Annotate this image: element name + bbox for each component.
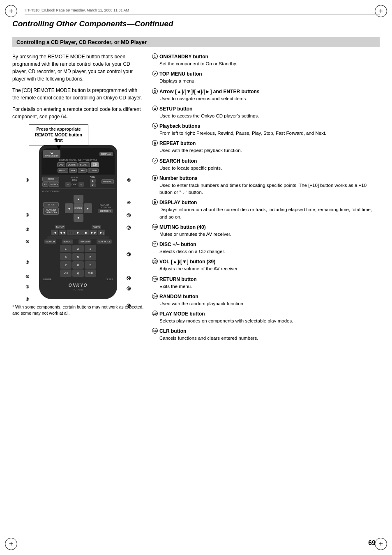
aux-btn[interactable]: AUX bbox=[69, 168, 77, 173]
dock-btn[interactable]: DOCK bbox=[42, 177, 59, 182]
item-10: 10 MUTING button (40) Mutes or unmutes t… bbox=[152, 223, 380, 238]
item-1-content: ON/STANDBY button Set the component to O… bbox=[159, 53, 237, 67]
setup-btn[interactable]: SETUP bbox=[55, 225, 65, 229]
random-btn[interactable]: RANDOM bbox=[78, 240, 91, 244]
disc-minus-btn[interactable]: − bbox=[65, 182, 71, 187]
playback-row: |◄ ◄◄ ⏸ ► ■ ►► ►| bbox=[42, 230, 115, 235]
play-btn[interactable]: ► bbox=[74, 230, 82, 235]
item-14-num: 14 bbox=[152, 293, 158, 299]
intro-para1: By pressing the REMOTE MODE button that'… bbox=[12, 53, 144, 83]
item-7-title: SEARCH button bbox=[159, 157, 222, 165]
music-btn[interactable]: MUSIC bbox=[58, 168, 68, 173]
left-column: By pressing the REMOTE MODE button that'… bbox=[12, 53, 144, 345]
on-standby-btn[interactable]: ⏻ ON/STANDBY bbox=[43, 150, 60, 158]
tuner-btn[interactable]: TUNER bbox=[88, 168, 99, 173]
search-label-btn[interactable]: SEARCH bbox=[44, 240, 56, 244]
item-14-desc: Used with the random playback function. bbox=[159, 300, 244, 307]
vkjvr-btn[interactable]: VK/DVR bbox=[66, 162, 78, 167]
item-6-num: 6 bbox=[152, 140, 158, 146]
callout-13: ⑬ bbox=[127, 252, 131, 258]
item-3-content: Arrow [▲]/[▼]/[◄]/[►] and ENTER buttons … bbox=[159, 88, 259, 102]
vol-up-btn[interactable]: ▲ bbox=[90, 179, 96, 183]
display-btn[interactable]: DISPLAY bbox=[99, 152, 113, 156]
item-4-num: 4 bbox=[152, 106, 158, 111]
item-12-num: 12 bbox=[152, 258, 158, 264]
num-2[interactable]: 2 bbox=[72, 245, 84, 252]
section-title: Controlling a CD Player, CD Recorder, or… bbox=[12, 37, 380, 47]
item-10-title: MUTING button (40) bbox=[159, 223, 231, 231]
nav-up-btn[interactable]: ▲ bbox=[74, 195, 83, 203]
item-1-title: ON/STANDBY button bbox=[159, 53, 237, 60]
dvd-btn[interactable]: DVD bbox=[57, 162, 65, 167]
item-9-title: DISPLAY button bbox=[159, 199, 380, 206]
callout-text: Press the appropriate REMOTE MODE button… bbox=[35, 127, 82, 143]
return-btn[interactable]: RETURN bbox=[98, 209, 113, 213]
item-5-num: 5 bbox=[152, 123, 158, 129]
item-11-desc: Selects discs on a CD changer. bbox=[159, 248, 225, 255]
item-2-content: TOP MENU button Displays a menu. bbox=[159, 70, 202, 85]
item-3-title: Arrow [▲]/[▼]/[◄]/[►] and ENTER buttons bbox=[159, 88, 259, 95]
playlist-btn[interactable]: PLAYLISTCATEGORY bbox=[43, 207, 59, 215]
num-5[interactable]: 5 bbox=[72, 253, 84, 260]
num-0[interactable]: 0 bbox=[72, 269, 84, 277]
stop-btn[interactable]: ■ bbox=[82, 230, 90, 235]
right-column: 1 ON/STANDBY button Set the component to… bbox=[152, 53, 380, 345]
file-info: HT-R518_En.book Page 69 Tuesday, March 1… bbox=[25, 8, 380, 14]
st-ab-btn[interactable]: ST A/B bbox=[43, 202, 59, 207]
audio-btn[interactable]: AUDIO bbox=[92, 225, 101, 229]
nav-down-btn[interactable]: ▼ bbox=[74, 214, 83, 222]
tv-btn[interactable]: TV bbox=[42, 182, 48, 187]
num-1[interactable]: 1 bbox=[60, 245, 71, 252]
muting-btn[interactable]: MUTING bbox=[101, 179, 114, 184]
play-mode-btn[interactable]: PLAY MODE bbox=[97, 240, 112, 244]
remote-container: Press the appropriate REMOTE MODE button… bbox=[12, 124, 144, 299]
num-3[interactable]: 3 bbox=[85, 245, 96, 252]
callout-5: ⑤ bbox=[25, 260, 29, 265]
fwd-btn[interactable]: ►► bbox=[90, 230, 97, 235]
callout-16: ⑯ bbox=[127, 303, 131, 309]
item-12: 12 VOL [▲]/[▼] button (39) Adjusts the v… bbox=[152, 258, 380, 272]
item-6-desc: Used with the repeat playback function. bbox=[159, 147, 242, 154]
prog-area bbox=[42, 236, 115, 239]
remote-mode-label: REMOTE MODE / INPUT SELECTOR bbox=[43, 159, 113, 161]
callout-1: ① bbox=[25, 178, 29, 182]
num-plus10[interactable]: +10 bbox=[60, 269, 71, 277]
vol-down-btn[interactable]: ▼ bbox=[90, 183, 96, 187]
item-15-title: PLAY MODE button bbox=[159, 310, 293, 318]
num-clr[interactable]: CLR bbox=[85, 269, 96, 277]
item-15-desc: Selects play modes on components with se… bbox=[159, 318, 293, 325]
memo-btn[interactable]: MEMO bbox=[49, 182, 59, 187]
num-7[interactable]: 7 bbox=[60, 261, 71, 269]
num-9[interactable]: 9 bbox=[85, 261, 96, 269]
item-7-num: 7 bbox=[152, 158, 158, 164]
nav-left-btn[interactable]: ◄ bbox=[65, 203, 73, 213]
bottom-func-row: SEARCH REPEAT RANDOM PLAY MODE bbox=[42, 240, 115, 244]
title-bold: Controlling Other Components— bbox=[12, 19, 135, 28]
tape-btn[interactable]: TAPE bbox=[78, 168, 87, 173]
item-4-content: SETUP button Used to access the Onkyo CD… bbox=[159, 105, 259, 120]
item-12-desc: Adjusts the volume of the AV receiver. bbox=[159, 265, 239, 272]
item-13-title: RETURN button bbox=[159, 276, 197, 283]
cd-btn[interactable]: CD bbox=[91, 162, 99, 167]
callout-10: ⑩ bbox=[127, 200, 131, 205]
item-1-num: 1 bbox=[152, 53, 158, 59]
enter-btn[interactable]: ENTER bbox=[74, 203, 83, 213]
item-10-desc: Mutes or unmutes the AV receiver. bbox=[159, 231, 231, 238]
repeat-btn[interactable]: REPEAT bbox=[62, 240, 73, 244]
item-16-title: CLR button bbox=[159, 327, 258, 335]
callout-3: ③ bbox=[25, 227, 29, 232]
callout-11: ⑪ bbox=[127, 213, 131, 219]
item-15-num: 15 bbox=[152, 311, 158, 316]
item-3: 3 Arrow [▲]/[▼]/[◄]/[►] and ENTER button… bbox=[152, 88, 380, 102]
pause-btn[interactable]: ⏸ bbox=[67, 230, 74, 235]
nav-right-btn[interactable]: ► bbox=[84, 203, 92, 213]
prev-btn[interactable]: |◄ bbox=[51, 230, 58, 235]
next-btn[interactable]: ►| bbox=[98, 230, 105, 235]
num-8[interactable]: 8 bbox=[72, 261, 84, 269]
item-5-title: Playback buttons bbox=[159, 122, 326, 130]
blusr-btn[interactable]: BLU/SR bbox=[78, 162, 90, 167]
disc-plus-btn[interactable]: + bbox=[78, 182, 84, 187]
num-6[interactable]: 6 bbox=[85, 253, 96, 260]
num-4[interactable]: 4 bbox=[60, 253, 71, 260]
rew-btn[interactable]: ◄◄ bbox=[59, 230, 66, 235]
